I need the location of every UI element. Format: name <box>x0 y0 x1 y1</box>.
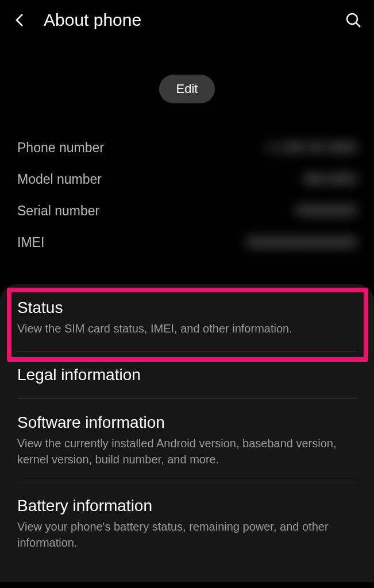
list-item-subtitle: View your phone's battery status, remain… <box>17 519 357 551</box>
list-item-legal-information[interactable]: Legal information <box>0 351 374 399</box>
info-label: Serial number <box>17 203 99 219</box>
list-item-status[interactable]: Status View the SIM card status, IMEI, a… <box>0 284 374 351</box>
list-item-software-information[interactable]: Software information View the currently … <box>0 399 374 482</box>
info-row-serial-number: Serial number R0000000 <box>17 195 357 227</box>
svg-point-0 <box>347 14 357 24</box>
info-row-phone-number: Phone number +1 000 00 0000 <box>17 132 357 164</box>
list-item-subtitle: View the currently installed Android ver… <box>17 435 357 467</box>
info-row-model-number: Model number SM-0000 <box>17 164 357 195</box>
list-item-title: Legal information <box>17 366 357 384</box>
list-item-title: Software information <box>17 413 357 432</box>
list-item-title: Status <box>17 299 357 317</box>
info-label: IMEI <box>17 235 44 250</box>
search-icon[interactable] <box>344 11 363 29</box>
svg-line-1 <box>356 23 360 27</box>
card-section: Status View the SIM card status, IMEI, a… <box>0 284 374 582</box>
info-section: Phone number +1 000 00 0000 Model number… <box>0 126 374 276</box>
info-value: +1 000 00 0000 <box>264 140 357 156</box>
edit-button[interactable]: Edit <box>159 75 215 103</box>
header: About phone <box>0 0 374 40</box>
back-icon[interactable] <box>11 12 28 28</box>
list-item-battery-information[interactable]: Battery information View your phone's ba… <box>0 482 374 565</box>
info-value: R0000000 <box>296 203 357 219</box>
info-row-imei: IMEI 000000000000000 <box>17 227 357 258</box>
info-value: 000000000000000 <box>246 235 357 250</box>
page-title: About phone <box>44 10 328 30</box>
list-item-title: Battery information <box>17 497 357 515</box>
info-label: Model number <box>17 172 102 187</box>
list-item-subtitle: View the SIM card status, IMEI, and othe… <box>17 320 357 336</box>
info-value: SM-0000 <box>303 172 357 187</box>
info-label: Phone number <box>17 140 104 156</box>
